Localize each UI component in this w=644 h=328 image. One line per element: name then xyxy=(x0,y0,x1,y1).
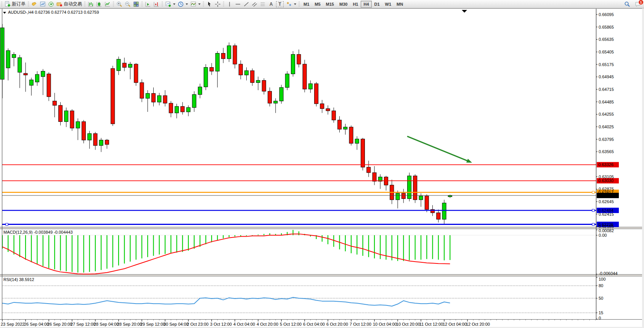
candle xyxy=(163,95,167,103)
candle xyxy=(59,105,63,122)
macd-histogram-bar xyxy=(450,235,450,260)
panel-splitter[interactable] xyxy=(0,227,642,229)
candle xyxy=(111,68,115,124)
indicators-button[interactable] xyxy=(189,0,202,8)
chart-title: AUDUSD-,H4 0.62736 0.62774 0.62713 0.627… xyxy=(8,10,99,15)
tab-timeframe-m15[interactable]: M15 xyxy=(323,1,337,8)
crosshair-button[interactable] xyxy=(214,0,222,8)
price-axis-label: 0.64485 xyxy=(599,100,614,104)
time-axis-label: 3 Oct 12:00 xyxy=(210,322,232,326)
trend-arrow[interactable] xyxy=(407,136,469,161)
price-axis-label: 0.64255 xyxy=(599,112,614,116)
toolbar-grip xyxy=(141,2,143,7)
toolbar-grip xyxy=(299,2,300,7)
hline-handle[interactable] xyxy=(592,223,594,226)
zoom-out-button[interactable] xyxy=(124,0,132,8)
macd-histogram-bar xyxy=(141,235,142,259)
chart-shift-button[interactable] xyxy=(152,0,161,8)
text-label-button[interactable]: T xyxy=(275,0,285,8)
macd-histogram-bar xyxy=(170,235,171,253)
tab-timeframe-mn[interactable]: MN xyxy=(394,1,406,8)
candle xyxy=(442,203,446,220)
rsi-indicator-label: RSI(14) 38.5912 xyxy=(3,277,34,282)
zoom-in-button[interactable] xyxy=(115,0,124,8)
candle xyxy=(122,63,126,67)
toolbar-grip xyxy=(1,2,2,7)
search-icon[interactable] xyxy=(624,1,630,7)
macd-histogram-bar xyxy=(159,235,160,255)
zoom-in-icon xyxy=(116,1,122,7)
quotes-button[interactable] xyxy=(30,0,39,8)
text-icon: A xyxy=(268,2,274,7)
rsi-axis-label: 80 xyxy=(599,283,603,288)
candle xyxy=(76,122,80,128)
new-chart-button[interactable] xyxy=(164,0,177,8)
candle xyxy=(204,67,208,87)
quotes-icon xyxy=(31,1,37,7)
horizontal-line-button[interactable] xyxy=(234,0,242,8)
tab-timeframe-d1[interactable]: D1 xyxy=(372,1,382,8)
line-chart-button[interactable] xyxy=(103,0,112,8)
macd-histogram-bar xyxy=(217,235,218,240)
chart-canvas[interactable]: 0.633260.630300.628170.627590.624840.622… xyxy=(0,0,644,328)
macd-histogram-bar xyxy=(31,235,32,262)
tab-timeframe-m5[interactable]: M5 xyxy=(312,1,323,8)
hline-handle[interactable] xyxy=(592,209,594,212)
market-watch-button[interactable] xyxy=(39,0,47,8)
tab-timeframe-w1[interactable]: W1 xyxy=(382,1,394,8)
candle xyxy=(64,111,68,121)
candle xyxy=(297,54,301,64)
panel-splitter[interactable] xyxy=(0,275,642,276)
chat-icon[interactable]: 1 xyxy=(635,1,641,7)
candle xyxy=(82,122,86,140)
bar-chart-icon xyxy=(88,1,94,7)
profiles-button[interactable] xyxy=(177,0,189,8)
macd-histogram-bar xyxy=(299,231,299,235)
shapes-button[interactable] xyxy=(285,0,297,8)
vertical-line-button[interactable] xyxy=(225,0,234,8)
macd-histogram-bar xyxy=(432,235,433,259)
candle xyxy=(233,46,237,64)
macd-histogram-bar xyxy=(380,235,381,259)
price-axis-label: 0.65635 xyxy=(599,37,614,42)
candle xyxy=(361,139,365,167)
trend-arrow-head[interactable] xyxy=(466,159,472,163)
tab-timeframe-h1[interactable]: H1 xyxy=(350,1,361,8)
hline-handle[interactable] xyxy=(6,223,8,226)
bar-chart-button[interactable] xyxy=(87,0,95,8)
macd-histogram-bar xyxy=(322,235,323,242)
dropdown-icon xyxy=(186,3,188,5)
tab-timeframe-m30[interactable]: M30 xyxy=(337,1,350,8)
macd-histogram-bar xyxy=(444,235,445,260)
candle xyxy=(6,50,10,68)
macd-histogram-bar xyxy=(66,235,67,271)
price-axis-label: 0.66095 xyxy=(599,12,614,17)
channel-button[interactable] xyxy=(251,0,259,8)
candle xyxy=(408,176,411,199)
hline-handle[interactable] xyxy=(592,191,594,194)
candlestick-chart-button[interactable] xyxy=(95,0,103,8)
macd-histogram-bar xyxy=(130,235,130,262)
fibonacci-button[interactable] xyxy=(259,0,267,8)
chart-shift-marker[interactable] xyxy=(462,10,467,13)
rsi-line xyxy=(2,297,450,306)
chart-title-row[interactable]: AUDUSD-,H4 0.62736 0.62774 0.62713 0.627… xyxy=(3,10,99,15)
text-button[interactable]: A xyxy=(267,0,275,8)
price-axis-label: 0.62645 xyxy=(599,199,614,204)
autotrading-button[interactable]: 自动交易 xyxy=(55,0,83,8)
chart-menu-icon[interactable] xyxy=(3,12,6,14)
chart-forward-button[interactable] xyxy=(144,0,152,8)
time-axis-label: 10 Oct 20:00 xyxy=(396,322,420,326)
new-order-button[interactable]: 新订单 xyxy=(3,0,27,8)
tile-windows-button[interactable] xyxy=(132,0,140,8)
macd-axis-label: 0.00082 xyxy=(599,228,614,233)
candle xyxy=(88,134,92,140)
cursor-button[interactable] xyxy=(205,0,214,8)
time-axis-label: 2 Oct 23:00 xyxy=(187,322,209,326)
tab-timeframe-h4[interactable]: H4 xyxy=(361,1,371,8)
macd-histogram-bar xyxy=(124,235,125,263)
navigator-button[interactable] xyxy=(47,0,55,8)
tab-timeframe-m1[interactable]: M1 xyxy=(301,1,312,8)
macd-histogram-bar xyxy=(368,235,369,257)
trendline-button[interactable] xyxy=(242,0,251,8)
